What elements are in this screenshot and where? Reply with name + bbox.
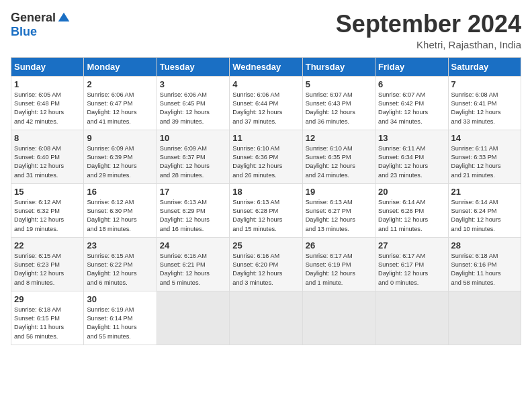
calendar-cell	[302, 291, 375, 345]
calendar-cell: 22 Sunrise: 6:15 AMSunset: 6:23 PMDaylig…	[11, 237, 84, 291]
day-number: 26	[306, 240, 372, 250]
cell-info: Sunrise: 6:08 AMSunset: 6:41 PMDaylight:…	[451, 91, 501, 125]
calendar-cell: 15 Sunrise: 6:12 AMSunset: 6:32 PMDaylig…	[11, 183, 84, 237]
calendar-cell: 4 Sunrise: 6:06 AMSunset: 6:44 PMDayligh…	[230, 76, 302, 130]
calendar-cell: 17 Sunrise: 6:13 AMSunset: 6:29 PMDaylig…	[157, 183, 229, 237]
day-number: 28	[451, 240, 518, 250]
day-number: 20	[378, 187, 445, 197]
calendar-cell: 30 Sunrise: 6:19 AMSunset: 6:14 PMDaylig…	[84, 291, 157, 345]
day-number: 1	[14, 79, 81, 89]
day-number: 10	[160, 133, 226, 143]
cell-info: Sunrise: 6:18 AMSunset: 6:15 PMDaylight:…	[14, 306, 64, 340]
day-number: 18	[232, 187, 299, 197]
header-sunday: Sunday	[11, 57, 84, 76]
header-friday: Friday	[375, 57, 448, 76]
calendar-cell	[157, 291, 229, 345]
day-number: 8	[14, 133, 81, 143]
header-monday: Monday	[84, 57, 157, 76]
calendar-cell: 28 Sunrise: 6:18 AMSunset: 6:16 PMDaylig…	[448, 237, 521, 291]
calendar-cell: 24 Sunrise: 6:16 AMSunset: 6:21 PMDaylig…	[157, 237, 229, 291]
week-row: 8 Sunrise: 6:08 AMSunset: 6:40 PMDayligh…	[11, 130, 521, 183]
cell-info: Sunrise: 6:17 AMSunset: 6:17 PMDaylight:…	[378, 253, 428, 286]
cell-info: Sunrise: 6:16 AMSunset: 6:21 PMDaylight:…	[160, 253, 210, 286]
day-number: 24	[160, 240, 226, 250]
day-number: 16	[87, 187, 153, 197]
cell-info: Sunrise: 6:05 AMSunset: 6:48 PMDaylight:…	[14, 91, 64, 125]
logo-icon	[57, 11, 71, 25]
month-title: September 2024	[336, 11, 521, 38]
header-row-days: SundayMondayTuesdayWednesdayThursdayFrid…	[11, 57, 521, 76]
calendar-cell: 11 Sunrise: 6:10 AMSunset: 6:36 PMDaylig…	[230, 130, 302, 183]
day-number: 30	[87, 294, 153, 304]
calendar-cell	[375, 291, 448, 345]
calendar-cell: 23 Sunrise: 6:15 AMSunset: 6:22 PMDaylig…	[84, 237, 157, 291]
day-number: 19	[306, 187, 372, 197]
cell-info: Sunrise: 6:06 AMSunset: 6:47 PMDaylight:…	[87, 91, 136, 125]
day-number: 25	[232, 240, 299, 250]
day-number: 11	[232, 133, 299, 143]
location: Khetri, Rajasthan, India	[336, 39, 521, 50]
calendar-cell: 2 Sunrise: 6:06 AMSunset: 6:47 PMDayligh…	[84, 76, 157, 130]
day-number: 27	[378, 240, 445, 250]
week-row: 1 Sunrise: 6:05 AMSunset: 6:48 PMDayligh…	[11, 76, 521, 130]
cell-info: Sunrise: 6:15 AMSunset: 6:22 PMDaylight:…	[87, 253, 136, 286]
day-number: 14	[451, 133, 518, 143]
day-number: 9	[87, 133, 153, 143]
calendar-cell	[230, 291, 302, 345]
calendar-cell: 8 Sunrise: 6:08 AMSunset: 6:40 PMDayligh…	[11, 130, 84, 183]
day-number: 12	[306, 133, 372, 143]
calendar-cell: 21 Sunrise: 6:14 AMSunset: 6:24 PMDaylig…	[448, 183, 521, 237]
cell-info: Sunrise: 6:16 AMSunset: 6:20 PMDaylight:…	[232, 253, 282, 286]
cell-info: Sunrise: 6:13 AMSunset: 6:29 PMDaylight:…	[160, 199, 210, 232]
day-number: 3	[160, 79, 226, 89]
day-number: 13	[378, 133, 445, 143]
cell-info: Sunrise: 6:18 AMSunset: 6:16 PMDaylight:…	[451, 253, 501, 286]
page: General Blue September 2024 Khetri, Raja…	[0, 0, 532, 411]
day-number: 29	[14, 294, 81, 304]
cell-info: Sunrise: 6:14 AMSunset: 6:24 PMDaylight:…	[451, 199, 501, 232]
calendar-cell: 26 Sunrise: 6:17 AMSunset: 6:19 PMDaylig…	[302, 237, 375, 291]
header-thursday: Thursday	[302, 57, 375, 76]
day-number: 15	[14, 187, 81, 197]
cell-info: Sunrise: 6:06 AMSunset: 6:45 PMDaylight:…	[160, 91, 210, 125]
calendar-cell: 7 Sunrise: 6:08 AMSunset: 6:41 PMDayligh…	[448, 76, 521, 130]
day-number: 7	[451, 79, 518, 89]
cell-info: Sunrise: 6:11 AMSunset: 6:33 PMDaylight:…	[451, 145, 501, 179]
cell-info: Sunrise: 6:11 AMSunset: 6:34 PMDaylight:…	[378, 145, 428, 179]
calendar-cell: 3 Sunrise: 6:06 AMSunset: 6:45 PMDayligh…	[157, 76, 229, 130]
week-row: 15 Sunrise: 6:12 AMSunset: 6:32 PMDaylig…	[11, 183, 521, 237]
day-number: 22	[14, 240, 81, 250]
cell-info: Sunrise: 6:07 AMSunset: 6:43 PMDaylight:…	[306, 91, 355, 125]
calendar-cell: 20 Sunrise: 6:14 AMSunset: 6:26 PMDaylig…	[375, 183, 448, 237]
day-number: 2	[87, 79, 153, 89]
calendar-cell: 29 Sunrise: 6:18 AMSunset: 6:15 PMDaylig…	[11, 291, 84, 345]
header-wednesday: Wednesday	[230, 57, 302, 76]
calendar-cell: 6 Sunrise: 6:07 AMSunset: 6:42 PMDayligh…	[375, 76, 448, 130]
calendar-cell: 12 Sunrise: 6:10 AMSunset: 6:35 PMDaylig…	[302, 130, 375, 183]
calendar-table: SundayMondayTuesdayWednesdayThursdayFrid…	[11, 57, 521, 345]
calendar-cell: 13 Sunrise: 6:11 AMSunset: 6:34 PMDaylig…	[375, 130, 448, 183]
day-number: 4	[232, 79, 299, 89]
header-saturday: Saturday	[448, 57, 521, 76]
day-number: 23	[87, 240, 153, 250]
cell-info: Sunrise: 6:06 AMSunset: 6:44 PMDaylight:…	[232, 91, 282, 125]
header-row: General Blue September 2024 Khetri, Raja…	[11, 11, 521, 50]
calendar-cell: 18 Sunrise: 6:13 AMSunset: 6:28 PMDaylig…	[230, 183, 302, 237]
week-row: 29 Sunrise: 6:18 AMSunset: 6:15 PMDaylig…	[11, 291, 521, 345]
cell-info: Sunrise: 6:17 AMSunset: 6:19 PMDaylight:…	[306, 253, 355, 286]
svg-marker-0	[58, 12, 70, 21]
day-number: 21	[451, 187, 518, 197]
cell-info: Sunrise: 6:13 AMSunset: 6:28 PMDaylight:…	[232, 199, 282, 232]
cell-info: Sunrise: 6:15 AMSunset: 6:23 PMDaylight:…	[14, 253, 64, 286]
cell-info: Sunrise: 6:09 AMSunset: 6:39 PMDaylight:…	[87, 145, 136, 179]
cell-info: Sunrise: 6:12 AMSunset: 6:30 PMDaylight:…	[87, 199, 136, 232]
cell-info: Sunrise: 6:14 AMSunset: 6:26 PMDaylight:…	[378, 199, 428, 232]
title-block: September 2024 Khetri, Rajasthan, India	[336, 11, 521, 50]
week-row: 22 Sunrise: 6:15 AMSunset: 6:23 PMDaylig…	[11, 237, 521, 291]
cell-info: Sunrise: 6:13 AMSunset: 6:27 PMDaylight:…	[306, 199, 355, 232]
calendar-cell: 27 Sunrise: 6:17 AMSunset: 6:17 PMDaylig…	[375, 237, 448, 291]
calendar-cell: 1 Sunrise: 6:05 AMSunset: 6:48 PMDayligh…	[11, 76, 84, 130]
cell-info: Sunrise: 6:10 AMSunset: 6:35 PMDaylight:…	[306, 145, 355, 179]
day-number: 5	[306, 79, 372, 89]
cell-info: Sunrise: 6:10 AMSunset: 6:36 PMDaylight:…	[232, 145, 282, 179]
